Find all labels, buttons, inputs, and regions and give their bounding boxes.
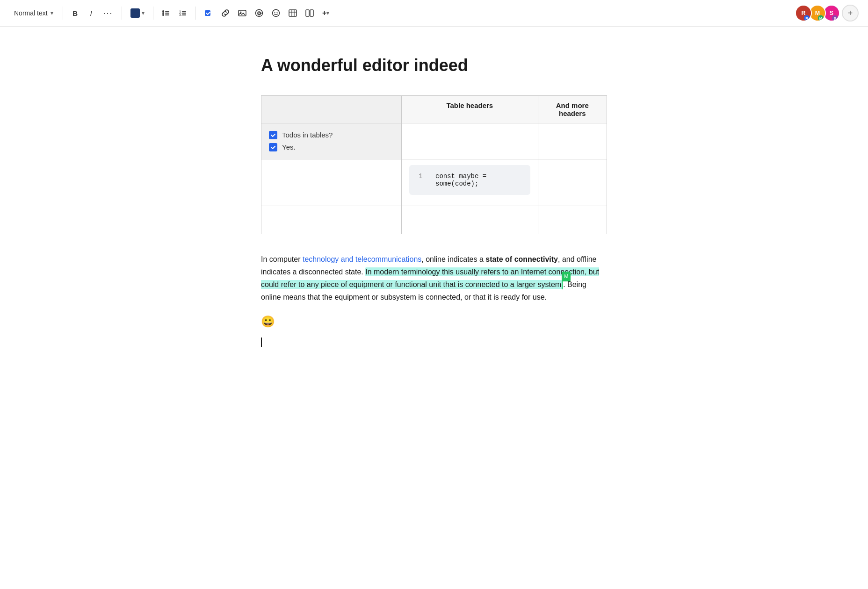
task-list-icon [204,9,213,17]
table-cell-todo-header [261,95,402,123]
color-group: ▾ [127,6,148,21]
bullet-list-button[interactable] [158,6,174,21]
paragraph: In computer technology and telecommunica… [261,253,607,304]
code-line[interactable]: const maybe = some(code); [435,172,521,187]
svg-point-20 [276,12,277,13]
table-cell-empty-4 [538,159,607,206]
table-cell-empty-3 [261,159,402,206]
check-icon [270,132,276,138]
svg-point-2 [162,12,164,14]
table-button[interactable] [285,6,301,21]
link-button[interactable] [217,6,233,21]
divider-3 [153,7,153,20]
table-cell-empty-5 [261,206,402,234]
svg-text:3.: 3. [179,13,182,16]
svg-point-0 [162,10,164,12]
svg-rect-5 [165,14,169,15]
collaborators: R R M M S S [795,5,859,22]
emoji-button[interactable] [268,6,284,21]
svg-rect-9 [182,13,186,14]
todo-item-1: Todos in tables? [269,129,394,141]
color-picker-button[interactable]: ▾ [127,6,148,21]
emoji-icon [272,9,280,17]
link-icon [221,9,230,17]
more-button[interactable]: ··· [100,6,117,21]
text-style-group: Normal text ▾ [9,6,58,21]
divider-2 [122,7,122,20]
table-cell-todos: Todos in tables? Yes. [261,123,402,159]
svg-text:S: S [833,16,836,21]
image-icon [238,9,246,17]
text-online: , online indicates a [421,255,485,263]
svg-rect-11 [182,14,186,15]
table-cell-empty-1 [402,123,538,159]
bold-button[interactable]: B [68,6,83,21]
content-table: Table headers And more headers Todos in … [261,95,607,234]
table-header-2: And more headers [538,95,607,123]
table-row-2: 1 const maybe = some(code); [261,159,607,206]
text-state-of-connectivity: state of connectivity [485,255,558,263]
collaborator-cursor-m: M [562,281,563,289]
divider-4 [195,7,196,20]
svg-rect-1 [165,11,169,12]
avatar-wrapper: R R M M S S [795,5,840,22]
document-title[interactable]: A wonderful editor indeed [261,55,607,77]
svg-text:R: R [802,10,806,16]
emoji-line: 😀 [261,315,607,328]
italic-button[interactable]: I [84,6,99,21]
mention-icon: @ [255,9,263,17]
line-number: 1 [419,172,426,187]
text-in-computer: In computer [261,255,303,263]
columns-button[interactable] [302,6,318,21]
svg-rect-25 [306,10,309,16]
avatar-rick[interactable]: R R [795,5,812,22]
ordered-list-icon: 1. 2. 3. [179,9,187,17]
todo-item-2: Yes. [269,141,394,153]
table-row-3 [261,206,607,234]
text-style-label: Normal text [14,9,48,17]
table-icon [289,9,297,17]
columns-icon [305,9,314,17]
text-cursor [261,338,262,347]
todo-text-1: Todos in tables? [282,131,333,139]
table-header-1: Table headers [402,95,538,123]
svg-rect-21 [289,10,297,16]
todo-text-2: Yes. [282,143,296,151]
divider-1 [63,7,63,20]
format-group: B I ··· [68,6,117,21]
cursor-badge-m: M [562,272,571,281]
chevron-down-icon: ▾ [51,10,53,16]
svg-rect-3 [165,13,169,14]
svg-text:M: M [815,10,820,16]
text-style-dropdown[interactable]: Normal text ▾ [9,6,58,21]
toolbar: Normal text ▾ B I ··· ▾ [0,0,868,27]
todo-checkbox-2[interactable] [269,143,277,151]
add-collaborator-button[interactable]: + [842,5,859,22]
ordered-list-button[interactable]: 1. 2. 3. [175,6,191,21]
svg-text:M: M [819,16,823,21]
emoji: 😀 [261,315,275,328]
editor-content: A wonderful editor indeed Table headers … [224,27,644,375]
table-cell-empty-6 [402,206,538,234]
svg-text:R: R [805,16,808,21]
svg-point-4 [162,14,164,16]
code-block: 1 const maybe = some(code); [409,165,530,195]
list-group: 1. 2. 3. [158,6,191,21]
task-list-button[interactable] [201,6,217,21]
svg-rect-26 [310,10,313,16]
svg-point-19 [274,12,275,13]
todo-checkbox-1[interactable] [269,131,277,139]
image-button[interactable] [234,6,250,21]
svg-rect-7 [182,11,186,12]
svg-text:S: S [830,10,833,16]
check-icon-2 [270,144,276,150]
add-chevron-icon: ▾ [326,10,329,16]
table-cell-empty-7 [538,206,607,234]
add-button[interactable]: + ▾ [318,6,333,21]
svg-point-18 [272,10,279,17]
bullet-list-icon [162,9,170,17]
color-swatch [130,8,140,18]
link-technology[interactable]: technology and telecommunications [303,255,421,263]
mention-button[interactable]: @ [251,6,267,21]
insert-group: @ + ▾ [201,6,333,21]
